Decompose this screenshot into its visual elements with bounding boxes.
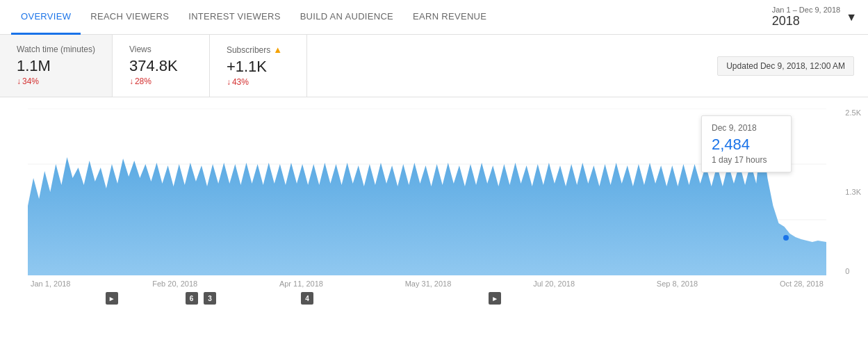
- down-arrow-icon: ↓: [129, 76, 133, 86]
- metric-watch-time-change: ↓ 34%: [17, 76, 95, 86]
- marker-3[interactable]: 3: [204, 292, 216, 305]
- y-axis-labels: 2.5K 1.3K 0: [845, 108, 861, 275]
- metric-watch-time-value: 1.1M: [17, 57, 95, 75]
- updated-label-container: Updated Dec 9, 2018, 12:00 AM: [703, 35, 868, 97]
- chevron-down-icon: ▼: [846, 11, 857, 24]
- tab-interest[interactable]: INTEREST VIEWERS: [179, 0, 290, 35]
- chart-tooltip-dot: [783, 235, 789, 241]
- x-label-5: Sep 8, 2018: [657, 280, 698, 288]
- marker-label-3: 3: [208, 295, 212, 302]
- x-label-4: Jul 20, 2018: [533, 280, 575, 288]
- x-label-0: Jan 1, 2018: [31, 280, 71, 288]
- marker-play-2[interactable]: ►: [489, 292, 501, 305]
- metric-subscribers[interactable]: Subscribers ▲ +1.1K ↓ 43%: [210, 35, 307, 97]
- marker-6[interactable]: 6: [186, 292, 198, 305]
- metric-views-value: 374.8K: [129, 57, 193, 75]
- x-label-1: Feb 20, 2018: [152, 280, 197, 288]
- y-label-top: 2.5K: [845, 108, 861, 117]
- marker-label-6: 6: [190, 295, 194, 302]
- chart-container: 2.5K 1.3K 0 Dec 9, 2018 2,484 1 day 17 h…: [0, 97, 868, 330]
- updated-box: Updated Dec 9, 2018, 12:00 AM: [717, 56, 854, 76]
- metric-subscribers-label: Subscribers ▲: [227, 44, 290, 55]
- markers-row: ► 6 3 4 ►: [28, 292, 826, 306]
- nav-tabs: OVERVIEW REACH VIEWERS INTEREST VIEWERS …: [0, 0, 868, 35]
- metric-views-change: ↓ 28%: [129, 76, 193, 86]
- metrics-bar: Watch time (minutes) 1.1M ↓ 34% Views 37…: [0, 35, 868, 97]
- play-icon-2: ►: [491, 295, 498, 302]
- x-label-2: Apr 11, 2018: [279, 280, 323, 288]
- metric-views[interactable]: Views 374.8K ↓ 28%: [113, 35, 210, 97]
- date-range-label: Jan 1 – Dec 9, 2018: [772, 6, 840, 14]
- tab-overview[interactable]: OVERVIEW: [11, 0, 81, 35]
- date-selector[interactable]: Jan 1 – Dec 9, 2018 2018 ▼: [772, 6, 857, 29]
- y-label-mid: 1.3K: [845, 188, 861, 196]
- y-label-bottom: 0: [845, 267, 861, 275]
- tab-earn[interactable]: EARN REVENUE: [403, 0, 496, 35]
- tooltip-date: Dec 9, 2018: [712, 123, 781, 133]
- metric-views-label: Views: [129, 44, 193, 54]
- marker-play-1[interactable]: ►: [106, 292, 118, 305]
- metric-watch-time-label: Watch time (minutes): [17, 44, 95, 54]
- date-year: 2018: [772, 14, 840, 29]
- x-label-6: Oct 28, 2018: [780, 280, 824, 288]
- marker-label-4: 4: [305, 295, 309, 302]
- chart-tooltip: Dec 9, 2018 2,484 1 day 17 hours: [701, 115, 792, 172]
- tab-reach[interactable]: REACH VIEWERS: [81, 0, 179, 35]
- down-arrow-icon: ↓: [227, 77, 231, 87]
- x-label-3: May 31, 2018: [405, 280, 452, 288]
- play-icon: ►: [108, 295, 115, 302]
- alert-icon: ▲: [273, 44, 282, 55]
- chart-wrapper: 2.5K 1.3K 0 Dec 9, 2018 2,484 1 day 17 h…: [28, 108, 826, 275]
- metric-subscribers-value: +1.1K: [227, 58, 290, 76]
- tooltip-value: 2,484: [712, 136, 781, 154]
- down-arrow-icon: ↓: [17, 76, 21, 86]
- x-axis-labels: Jan 1, 2018 Feb 20, 2018 Apr 11, 2018 Ma…: [28, 280, 826, 288]
- metric-subscribers-change: ↓ 43%: [227, 77, 290, 87]
- metric-watch-time[interactable]: Watch time (minutes) 1.1M ↓ 34%: [0, 35, 113, 97]
- tab-build[interactable]: BUILD AN AUDIENCE: [290, 0, 403, 35]
- tooltip-sublabel: 1 day 17 hours: [712, 155, 781, 165]
- marker-4[interactable]: 4: [301, 292, 313, 305]
